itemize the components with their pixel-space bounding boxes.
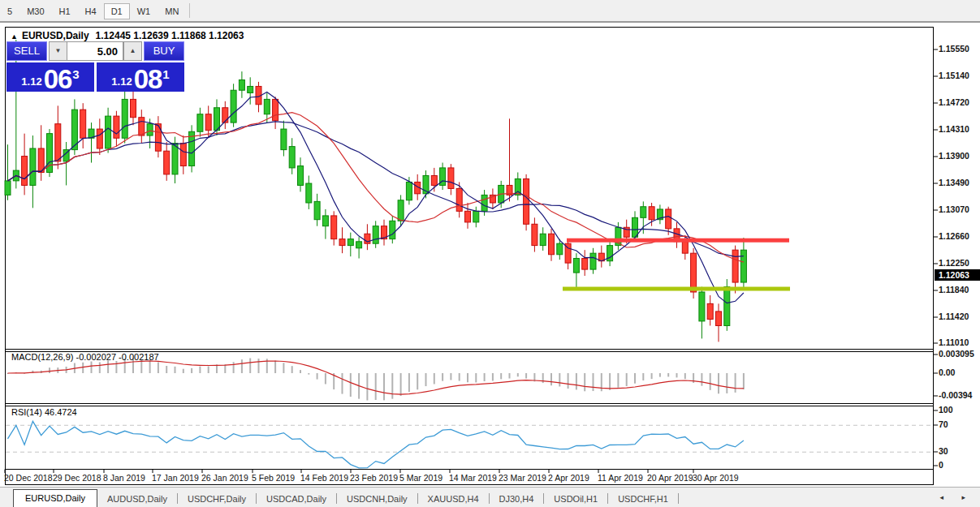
tab-usdchf-h1[interactable]: USDCHF,H1: [608, 491, 678, 507]
candle-body: [80, 110, 86, 138]
macd-histogram-bar: [300, 370, 301, 373]
macd-histogram-bar: [559, 373, 560, 386]
macd-histogram-bar: [609, 373, 611, 390]
sell-price-sup: 3: [72, 71, 79, 79]
volume-decrease-button[interactable]: ▼: [49, 41, 67, 61]
tab-dj30-h4[interactable]: DJ30,H4: [490, 491, 544, 507]
tab-usdcnh-daily[interactable]: USDCNH,Daily: [337, 491, 417, 507]
macd-axis-label: -0.00394: [939, 390, 972, 400]
macd-indicator-label: MACD(12,26,9) -0.002027 -0.002187: [11, 352, 159, 362]
macd-histogram-bar: [291, 366, 293, 373]
candle-body: [649, 207, 654, 220]
date-axis-label: 17 Jan 2019: [152, 473, 199, 483]
candle-body: [557, 243, 563, 255]
candle-body: [356, 242, 362, 248]
current-price-tag: 1.12063: [935, 269, 980, 281]
collapse-panel-icon[interactable]: ▲: [11, 32, 18, 41]
macd-histogram-bar: [509, 373, 511, 379]
price-axis-label: 1.12250: [939, 258, 969, 268]
macd-histogram-bar: [642, 373, 644, 380]
candle-body: [582, 259, 588, 270]
rsi-axis-label: 0: [939, 460, 943, 470]
macd-histogram-bar: [425, 373, 427, 386]
date-axis-label: 23 Mar 2019: [499, 473, 546, 483]
macd-histogram-bar: [667, 373, 669, 376]
macd-histogram-bar: [450, 373, 451, 380]
candle-body: [740, 250, 746, 282]
buy-price-box[interactable]: 1.12 08 1: [97, 62, 184, 92]
macd-histogram-bar: [550, 373, 552, 385]
macd-histogram-bar: [224, 364, 226, 373]
candle-body: [707, 303, 713, 319]
macd-axis-label: 0.003095: [939, 349, 974, 359]
macd-histogram-bar: [542, 373, 544, 383]
symbol-period-label: EURUSD,Daily: [22, 30, 89, 41]
tab-eurusd-daily[interactable]: EURUSD,Daily: [13, 489, 97, 507]
rsi-line: [8, 421, 744, 468]
macd-histogram-bar: [191, 368, 192, 373]
candle-body: [22, 157, 28, 186]
candle-body: [298, 166, 304, 186]
price-axis-label: 1.15550: [939, 44, 969, 54]
macd-histogram-bar: [584, 373, 585, 391]
candle-body: [248, 86, 253, 92]
macd-histogram-bar: [525, 373, 527, 379]
price-axis-label: 1.13490: [939, 178, 969, 187]
candle-body: [306, 183, 312, 203]
macd-histogram-bar: [701, 373, 702, 386]
macd-histogram-bar: [492, 373, 494, 381]
macd-histogram-bar: [475, 373, 477, 382]
candle-body: [348, 239, 353, 246]
candle-body: [590, 253, 596, 269]
one-click-trading-panel: SELL ▼ ▲ BUY 1.12 06 3 1.12 08 1: [6, 41, 184, 92]
candle-body: [666, 209, 671, 229]
macd-histogram-bar: [342, 373, 343, 394]
buy-button[interactable]: BUY: [144, 41, 184, 61]
macd-histogram-bar: [350, 373, 352, 397]
macd-histogram-bar: [684, 373, 686, 379]
date-axis-label: 20 Apr 2019: [647, 473, 693, 483]
candle-body: [456, 188, 462, 211]
macd-histogram-bar: [617, 373, 619, 388]
candle-body: [481, 195, 487, 211]
sell-price-big: 06: [44, 69, 72, 90]
macd-histogram-bar: [199, 367, 201, 373]
candle-body: [205, 114, 211, 131]
macd-histogram-bar: [568, 373, 569, 389]
volume-increase-button[interactable]: ▲: [123, 41, 142, 61]
macd-histogram-bar: [442, 373, 443, 381]
macd-histogram-bar: [283, 363, 284, 373]
date-axis-label: 5 Feb 2019: [252, 473, 295, 483]
candle-body: [147, 124, 153, 135]
candle-body: [524, 178, 529, 224]
tab-usdcad-daily[interactable]: USDCAD,Daily: [257, 491, 336, 507]
macd-histogram-bar: [484, 373, 486, 381]
candle-body: [264, 99, 270, 114]
macd-histogram-bar: [325, 373, 326, 384]
candle-body: [532, 224, 537, 245]
candle-body: [231, 90, 236, 122]
tab-usdoil-h1[interactable]: USDOil,H1: [544, 491, 607, 507]
macd-histogram-bar: [651, 373, 653, 379]
tab-audusd-daily[interactable]: AUDUSD,Daily: [97, 491, 177, 507]
tab-scroll-arrows[interactable]: ◂ ▸: [939, 493, 974, 501]
rsi-axis-label: 100: [939, 405, 953, 415]
candle-body: [465, 211, 471, 222]
candle-body: [682, 242, 688, 253]
sell-button[interactable]: SELL: [6, 41, 47, 61]
macd-histogram-bar: [676, 373, 678, 377]
candle-body: [473, 211, 479, 222]
candle-body: [406, 182, 412, 200]
candle-body: [573, 259, 579, 273]
sell-price-box[interactable]: 1.12 06 3: [6, 62, 94, 92]
candle-body: [139, 118, 145, 135]
buy-price-sup: 1: [162, 71, 169, 79]
tab-usdchf-daily[interactable]: USDCHF,Daily: [178, 491, 256, 507]
tab-xauusd-h4[interactable]: XAUUSD,H4: [418, 491, 489, 507]
macd-histogram-bar: [366, 373, 368, 401]
candle-body: [699, 292, 705, 321]
rsi-axis-label: 30: [939, 446, 948, 456]
volume-input[interactable]: [67, 41, 123, 61]
macd-histogram-bar: [383, 373, 385, 400]
candle-body: [55, 124, 61, 161]
